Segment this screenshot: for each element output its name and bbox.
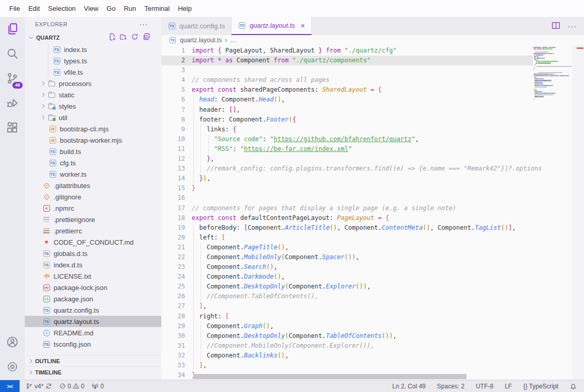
code-line[interactable]: 20 left: [ xyxy=(161,233,533,243)
more-actions-icon[interactable]: ··· xyxy=(568,22,577,30)
remote-indicator[interactable]: >< xyxy=(0,380,20,392)
code-line[interactable]: 6 head: Component.Head(), xyxy=(161,95,533,105)
new-folder-icon[interactable] xyxy=(120,33,127,42)
code-line[interactable]: 29 Component.Graph(), xyxy=(161,321,533,331)
tree-item-package-json[interactable]: { }package.json xyxy=(25,293,161,304)
tree-item-quartz-config-ts[interactable]: TSquartz.config.ts xyxy=(25,304,161,316)
tree-item--npmrc[interactable]: n.npmrc xyxy=(25,202,161,214)
tree-item-util[interactable]: util xyxy=(25,112,161,123)
tree-item-build-ts[interactable]: TSbuild.ts xyxy=(25,146,161,157)
tree-item--gitignore[interactable]: .gitignore xyxy=(25,191,161,202)
code-line[interactable]: 33 ], xyxy=(161,361,533,370)
branch-status[interactable]: v4* xyxy=(26,383,52,390)
code-line[interactable]: 28 right: [ xyxy=(161,312,533,321)
tree-item-bootstrap-cli-mjs[interactable]: JSbootstrap-cli.mjs xyxy=(25,123,161,134)
code-line[interactable]: 4// components shared across all pages xyxy=(161,75,533,85)
status--typescript[interactable]: {} TypeScript xyxy=(523,383,558,390)
code-line[interactable]: 7 header: [], xyxy=(161,105,533,115)
code-line[interactable]: 8 footer: Component.Footer({ xyxy=(161,115,533,125)
bell-icon[interactable] xyxy=(570,383,577,390)
minimap[interactable] xyxy=(533,46,572,100)
collapse-all-icon[interactable] xyxy=(142,33,150,42)
code-line[interactable]: 23 Component.Search(), xyxy=(161,262,533,272)
code-editor[interactable]: 1import { PageLayout, SharedLayout } fro… xyxy=(161,46,533,380)
code-line[interactable]: 22 Component.MobileOnly(Component.Spacer… xyxy=(161,252,533,262)
activity-run-debug[interactable] xyxy=(0,91,25,116)
tree-item--prettierignore[interactable]: .prettierignore xyxy=(25,214,161,225)
timeline-section[interactable]: TIMELINE xyxy=(25,366,161,378)
tree-item-styles[interactable]: styles xyxy=(25,100,161,112)
code-line[interactable]: 26 //Component.TableOfContents(), xyxy=(161,292,533,301)
menu-item-terminal[interactable]: Terminal xyxy=(140,3,174,14)
tree-item-worker-ts[interactable]: TSworker.ts xyxy=(25,168,161,180)
tab-quartz-layout-ts[interactable]: TSquartz.layout.ts× xyxy=(231,17,311,35)
code-line[interactable]: 19 beforeBody: [Component.ArticleTitle()… xyxy=(161,223,533,233)
tree-item-quartz-layout-ts[interactable]: TSquartz.layout.ts xyxy=(25,316,161,327)
status-lf[interactable]: LF xyxy=(505,383,512,390)
code-line[interactable]: 18export const defaultContentPageLayout:… xyxy=(161,213,533,223)
tree-item-static[interactable]: static xyxy=(25,89,161,100)
code-line[interactable]: 2import * as Component from "./quartz/co… xyxy=(161,56,533,65)
sidebar-section-quartz[interactable]: QUARTZ xyxy=(25,31,161,44)
tree-item-index-d-ts[interactable]: TSindex.d.ts xyxy=(25,259,161,270)
status-ln-2-col-49[interactable]: Ln 2, Col 49 xyxy=(392,383,426,390)
split-editor-icon[interactable] xyxy=(552,21,560,31)
code-line[interactable]: 3 xyxy=(161,65,533,75)
more-actions-icon[interactable]: ··· xyxy=(139,20,154,28)
code-line[interactable]: 30 Component.DesktopOnly(Component.Table… xyxy=(161,331,533,341)
horizontal-scrollbar[interactable] xyxy=(193,374,466,379)
tree-item-bootstrap-worker-mjs[interactable]: JSbootstrap-worker.mjs xyxy=(25,134,161,146)
tree-item-package-lock-json[interactable]: {a}package-lock.json xyxy=(25,282,161,293)
status-spaces-2[interactable]: Spaces: 2 xyxy=(437,383,464,390)
menu-item-edit[interactable]: Edit xyxy=(24,3,44,14)
code-line[interactable]: 11 "RSS": "https://be-far.com/index.xml" xyxy=(161,144,533,154)
ports-status[interactable]: 0 xyxy=(92,383,104,390)
menu-item-view[interactable]: View xyxy=(80,3,103,14)
code-line[interactable]: 13 //remark_config: config.plugins.trans… xyxy=(161,164,533,174)
tree-item--gitattributes[interactable]: .gitattributes xyxy=(25,180,161,191)
activity-search[interactable] xyxy=(0,42,25,66)
tree-item--prettierrc[interactable]: .prettierrc xyxy=(25,225,161,236)
code-line[interactable]: 17// components for pages that display a… xyxy=(161,203,533,213)
menu-item-selection[interactable]: Selection xyxy=(44,3,79,14)
menu-item-run[interactable]: Run xyxy=(120,3,140,14)
code-line[interactable]: 25 Component.DesktopOnly(Component.Explo… xyxy=(161,282,533,292)
code-line[interactable]: 21 Component.PageTitle(), xyxy=(161,243,533,252)
code-line[interactable]: 5export const sharedPageComponents: Shar… xyxy=(161,85,533,95)
code-line[interactable]: 24 Component.Darkmode(), xyxy=(161,272,533,282)
code-line[interactable]: 15} xyxy=(161,183,533,193)
activity-settings[interactable] xyxy=(0,355,25,380)
activity-extensions[interactable] xyxy=(0,116,25,141)
code-line[interactable]: 9 links: { xyxy=(161,125,533,134)
breadcrumb[interactable]: TS quartz.layout.ts › … xyxy=(161,35,584,45)
tree-item-cfg-ts[interactable]: TScfg.ts xyxy=(25,157,161,168)
refresh-icon[interactable] xyxy=(131,33,139,42)
menu-item-go[interactable]: Go xyxy=(103,3,120,14)
activity-explorer[interactable] xyxy=(0,17,25,42)
close-icon[interactable]: × xyxy=(301,22,305,30)
code-line[interactable]: 12 }, xyxy=(161,154,533,164)
code-line[interactable]: 16 xyxy=(161,193,533,203)
menu-item-help[interactable]: Help xyxy=(174,3,196,14)
tree-item-index-ts[interactable]: TSindex.ts xyxy=(25,44,161,55)
menu-item-file[interactable]: File xyxy=(5,3,24,14)
tree-item-tsconfig-json[interactable]: TStsconfig.json xyxy=(25,338,161,350)
code-line[interactable]: 10 "Source code": "https://github.com/bf… xyxy=(161,134,533,144)
code-line[interactable]: 27 ], xyxy=(161,301,533,311)
code-line[interactable]: 14 }), xyxy=(161,174,533,183)
code-line[interactable]: 1import { PageLayout, SharedLayout } fro… xyxy=(161,46,533,56)
code-line[interactable]: 31 //Component.MobileOnly(Component.Expl… xyxy=(161,341,533,351)
new-file-icon[interactable] xyxy=(108,33,116,42)
status-utf-8[interactable]: UTF-8 xyxy=(476,383,493,390)
tree-item-readme-md[interactable]: iREADME.md xyxy=(25,327,161,338)
tree-item-vfile-ts[interactable]: TSvfile.ts xyxy=(25,66,161,78)
problems-status[interactable]: 0 0 xyxy=(59,383,84,390)
tree-item-processors[interactable]: processors xyxy=(25,78,161,89)
code-line[interactable]: 32 Component.Backlinks(), xyxy=(161,351,533,361)
outline-section[interactable]: OUTLINE xyxy=(25,355,161,366)
tab-quartz-config-ts[interactable]: TSquartz.config.ts xyxy=(161,17,231,35)
tree-item-types-ts[interactable]: TStypes.ts xyxy=(25,55,161,66)
tree-item-globals-d-ts[interactable]: TSglobals.d.ts xyxy=(25,248,161,259)
tree-item-code-of-conduct-md[interactable]: ♥CODE_OF_CONDUCT.md xyxy=(25,236,161,248)
activity-source-control[interactable]: 46 xyxy=(0,66,25,91)
